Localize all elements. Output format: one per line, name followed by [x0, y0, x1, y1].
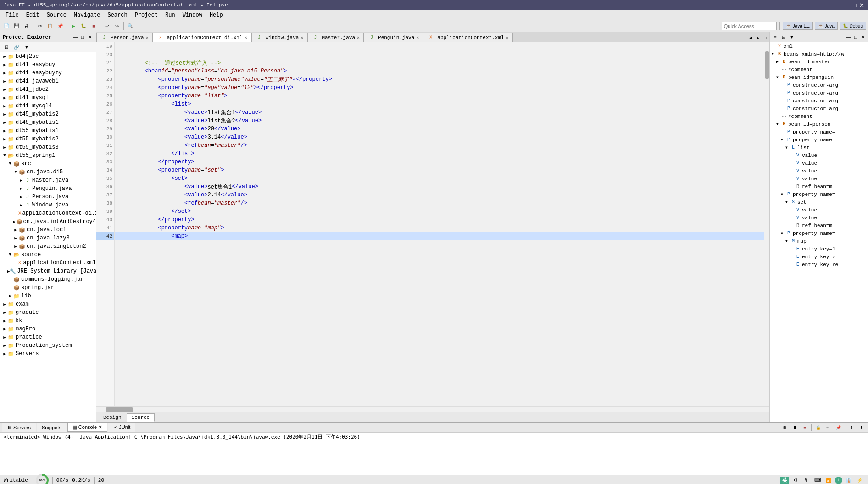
outline-comment1[interactable]: -- #comment [770, 66, 868, 73]
outline-ctor1[interactable]: P constructor-arg [770, 81, 868, 89]
console-word-wrap[interactable]: ↵ [823, 423, 833, 432]
status-shirt[interactable]: 👔 [844, 476, 853, 484]
tab-appctx-di-xml[interactable]: X applicationContext-di.xml ✕ [153, 33, 251, 42]
tab-master-java[interactable]: J Master.java ✕ [307, 33, 364, 42]
outline-prop-name2[interactable]: ▼ P property name= [770, 136, 868, 144]
toolbar-debug[interactable]: 🐛 [79, 22, 88, 31]
outline-val1[interactable]: V value [770, 151, 868, 159]
outline-map[interactable]: ▼ M map [770, 237, 868, 245]
outline-set-val2[interactable]: V value [770, 214, 868, 222]
close-tab-person[interactable]: ✕ [146, 35, 149, 40]
explorer-minimize[interactable]: — [72, 34, 78, 40]
menu-navigate[interactable]: Navigate [70, 11, 104, 19]
toolbar-search[interactable]: 🔍 [126, 22, 135, 31]
perspective-javaee[interactable]: ☕ Java EE [783, 22, 813, 30]
source-tab[interactable]: Source [127, 413, 155, 422]
console-collapse[interactable]: ⬇ [857, 423, 866, 432]
outline-prop-name1[interactable]: P property name= [770, 128, 868, 136]
tree-cn-java-lazy3[interactable]: ▶ 📦 cn.java.lazy3 [0, 234, 96, 242]
outline-close[interactable]: ✕ [860, 34, 866, 40]
toolbar-cut[interactable]: ✂ [35, 22, 45, 31]
outline-maximize[interactable]: □ [852, 34, 859, 40]
tree-dt41_javaweb1[interactable]: ▶ 📁 dt41_javaweb1 [0, 77, 96, 85]
tree-lib[interactable]: ▶ 📁 lib [0, 292, 96, 300]
toolbar-print[interactable]: 🖨 [22, 22, 31, 31]
toolbar-redo[interactable]: ↪ [112, 22, 122, 31]
tree-jre[interactable]: ▶ 🔧 JRE System Library [JavaSE-1.8 [0, 267, 96, 275]
editor-tab-scroll-left[interactable]: ◀ [747, 34, 754, 41]
tree-cn-java-ioc1[interactable]: ▶ 📦 cn.java.ioc1 [0, 226, 96, 234]
link-with-editor[interactable]: 🔗 [12, 43, 21, 52]
console-pause[interactable]: ⏸ [790, 423, 799, 432]
outline-set-val1[interactable]: V value [770, 206, 868, 214]
tree-dt55_mybatis2[interactable]: ▶ 📁 dt55_mybatis2 [0, 135, 96, 143]
editor-maximize-btn[interactable]: □ [762, 34, 768, 41]
status-extra[interactable]: ⚡ [855, 476, 864, 484]
tree-exam[interactable]: ▶ 📁 exam [0, 300, 96, 308]
tree-dt41_jdbc2[interactable]: ▶ 📁 dt41_jdbc2 [0, 85, 96, 94]
menu-project[interactable]: Project [131, 11, 161, 19]
toolbar-copy[interactable]: 📋 [45, 22, 55, 31]
tree-Production_system[interactable]: ▶ 📁 Production_system [0, 341, 96, 350]
outline-beans[interactable]: ▼ B beans xmlns=http://w [770, 50, 868, 58]
status-mic[interactable]: 🎙 [802, 476, 811, 484]
tab-appctx-xml[interactable]: X applicationContext.xml ✕ [423, 33, 512, 42]
minimize-button[interactable]: — [844, 2, 850, 9]
tree-commons-logging[interactable]: 📦 commons-logging.jar [0, 275, 96, 284]
editor-tab-scroll-right[interactable]: ▶ [755, 34, 761, 41]
close-button[interactable]: ✕ [859, 2, 864, 9]
tree-window-java[interactable]: ▶ J Window.java [0, 201, 96, 209]
outline-btn-1[interactable]: ≡ [772, 33, 779, 41]
outline-ctor3[interactable]: P constructor-arg [770, 97, 868, 105]
tree-penguin-java[interactable]: ▶ J Penguin.java [0, 184, 96, 193]
tree-appContext-xml[interactable]: X applicationContext.xml [0, 259, 96, 267]
tree-practice[interactable]: ▶ 📁 practice [0, 333, 96, 341]
toolbar-paste[interactable]: 📌 [56, 22, 65, 31]
tree-dt55_mybatis1[interactable]: ▶ 📁 dt55_mybatis1 [0, 127, 96, 135]
menu-window[interactable]: Window [179, 11, 206, 19]
tree-dt41_easybuymy[interactable]: ▶ 📁 dt41_easybuymy [0, 69, 96, 77]
hscroll-thumb[interactable] [106, 407, 133, 412]
console-clear[interactable]: 🗑 [780, 423, 789, 432]
tree-cn-java-singleton2[interactable]: ▶ 📦 cn.java.singleton2 [0, 242, 96, 250]
tree-bd4j2se[interactable]: ▶ 📁 bd4j2se [0, 52, 96, 61]
toolbar-save[interactable]: 💾 [12, 22, 21, 31]
explorer-menu[interactable]: ▼ [22, 43, 31, 52]
outline-bean-person[interactable]: ▼ B bean id=person [770, 120, 868, 128]
tree-spring-jar[interactable]: 📦 spring.jar [0, 284, 96, 292]
close-tab-appctx2[interactable]: ✕ [506, 35, 509, 40]
tree-cn-java-intAndDestroy4[interactable]: ▶ 📦 cn.java.intAndDestroy4 [0, 217, 96, 226]
menu-run[interactable]: Run [161, 11, 179, 19]
status-add[interactable]: + [835, 477, 842, 484]
outline-ctor4[interactable]: P constructor-arg [770, 105, 868, 112]
outline-val3[interactable]: V value [770, 167, 868, 175]
outline-entry3[interactable]: E entry key-re [770, 261, 868, 268]
toolbar-new[interactable]: 📄 [2, 22, 11, 31]
console-area[interactable]: <terminated> Window (4) [Java Applicatio… [0, 433, 868, 475]
outline-set-ref[interactable]: R ref bean=m [770, 222, 868, 229]
tree-dt45_mybatis2[interactable]: ▶ 📁 dt45_mybatis2 [0, 110, 96, 118]
tree-master-java[interactable]: ▶ J Master.java [0, 176, 96, 184]
console-scroll-lock[interactable]: 🔒 [813, 423, 823, 432]
outline-xml[interactable]: X xml [770, 42, 868, 50]
toolbar-run[interactable]: ▶ [69, 22, 78, 31]
status-keyboard[interactable]: ⌨ [813, 476, 822, 484]
outline-ref-master[interactable]: R ref bean=m [770, 183, 868, 190]
outline-prop-name4[interactable]: ▼ P property name= [770, 229, 868, 237]
tab-console[interactable]: ▤ Console ✕ [67, 423, 107, 432]
outline-list[interactable]: ▼ L list [770, 144, 868, 151]
tree-dt41_mysql4[interactable]: ▶ 📁 dt41_mysql4 [0, 102, 96, 110]
perspective-java[interactable]: ☕ Java [815, 22, 838, 30]
toolbar-undo[interactable]: ↩ [102, 22, 111, 31]
outline-bean-master[interactable]: ▶ B bean id=master [770, 58, 868, 66]
outline-btn-3[interactable]: ▼ [788, 33, 796, 41]
outline-val4[interactable]: V value [770, 175, 868, 183]
tab-snippets[interactable]: Snippets [37, 423, 67, 432]
tree-person-java[interactable]: ▶ J Person.java [0, 193, 96, 201]
console-stop[interactable]: ■ [800, 423, 809, 432]
outline-bean-penguin[interactable]: ▼ B bean id=penguin [770, 73, 868, 81]
scrollbar-thumb[interactable] [765, 51, 769, 79]
menu-help[interactable]: Help [206, 11, 227, 19]
close-tab-appctx[interactable]: ✕ [245, 35, 247, 40]
tree-cn-java-di5[interactable]: ▼ 📦 cn.java.di5 [0, 168, 96, 176]
